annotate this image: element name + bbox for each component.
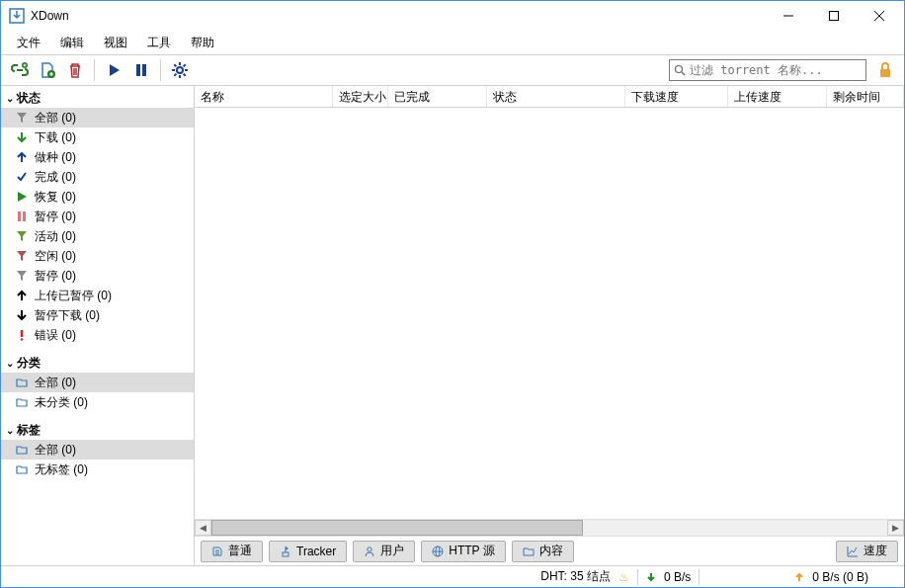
funnel-icon (15, 269, 29, 283)
arrow-down-solid-icon (15, 308, 29, 322)
caret-down-icon: ⌄ (3, 358, 17, 369)
tab-general[interactable]: 普通 (201, 541, 263, 562)
sidebar-status-errored[interactable]: 错误 (0) (1, 325, 194, 345)
arrow-up-solid-icon (15, 289, 29, 302)
sidebar-category-uncategorized[interactable]: 未分类 (0) (1, 392, 194, 412)
svg-point-27 (368, 546, 371, 550)
svg-rect-25 (283, 552, 288, 556)
sidebar-status-resumed[interactable]: 恢复 (0) (1, 187, 194, 207)
column-size[interactable]: 选定大小 (333, 86, 388, 107)
horizontal-scrollbar[interactable]: ◀ ▶ (195, 519, 904, 536)
menu-edit[interactable]: 编辑 (50, 32, 94, 54)
funnel-icon (15, 249, 29, 263)
scroll-right-button[interactable]: ▶ (887, 520, 904, 536)
error-icon (15, 328, 29, 342)
column-dlspeed[interactable]: 下载速度 (625, 86, 728, 107)
scroll-thumb[interactable] (211, 520, 583, 536)
sidebar-tag-all[interactable]: 全部 (0) (1, 440, 194, 460)
folder-icon (15, 376, 29, 389)
chart-icon (847, 546, 859, 557)
scroll-track[interactable] (211, 520, 887, 536)
tab-content[interactable]: 内容 (512, 541, 574, 562)
statusbar: DHT: 35 结点 ♨ 0 B/s 0 B/s (0 B) (1, 565, 904, 587)
tab-users[interactable]: 用户 (353, 541, 415, 562)
column-done[interactable]: 已完成 (388, 86, 487, 107)
sidebar-status-completed[interactable]: 完成 (0) (1, 167, 194, 187)
add-link-button[interactable] (7, 57, 33, 83)
svg-line-19 (682, 72, 685, 75)
tab-tracker[interactable]: Tracker (269, 541, 347, 562)
sidebar-header-status[interactable]: ⌄状态 (1, 88, 194, 108)
sidebar-status-inactive[interactable]: 空闲 (0) (1, 246, 194, 266)
svg-rect-8 (142, 64, 146, 76)
svg-line-15 (184, 74, 186, 76)
sidebar: ⌄状态 全部 (0) 下载 (0) 做种 (0) 完成 (0) 恢复 (0) 暂… (1, 86, 195, 565)
search-box[interactable] (669, 59, 866, 81)
search-input[interactable] (690, 63, 862, 77)
sidebar-header-tags[interactable]: ⌄标签 (1, 420, 194, 440)
sidebar-status-seeding[interactable]: 做种 (0) (1, 147, 194, 167)
window-title: XDown (31, 9, 766, 23)
search-icon (674, 64, 686, 76)
funnel-icon (15, 111, 29, 125)
main-area: ⌄状态 全部 (0) 下载 (0) 做种 (0) 完成 (0) 恢复 (0) 暂… (1, 86, 904, 565)
minimize-button[interactable] (766, 1, 811, 31)
arrow-down-icon (646, 572, 656, 582)
sidebar-status-active[interactable]: 活动 (0) (1, 226, 194, 246)
column-status[interactable]: 状态 (487, 86, 625, 107)
svg-rect-7 (136, 64, 140, 76)
folder-icon (15, 443, 29, 457)
menu-help[interactable]: 帮助 (181, 32, 224, 54)
arrow-up-icon (15, 150, 29, 164)
globe-icon (432, 546, 444, 557)
menu-file[interactable]: 文件 (7, 32, 50, 54)
sidebar-tag-untagged[interactable]: 无标签 (0) (1, 460, 194, 479)
sidebar-status-upload-paused[interactable]: 上传已暂停 (0) (1, 286, 194, 305)
titlebar: XDown (1, 1, 904, 31)
maximize-button[interactable] (811, 1, 857, 31)
column-upspeed[interactable]: 上传速度 (728, 86, 827, 107)
add-file-button[interactable] (35, 57, 60, 83)
column-eta[interactable]: 剩余时间 (827, 86, 904, 107)
sidebar-status-stalled[interactable]: 暂停 (0) (1, 266, 194, 286)
sidebar-status-paused[interactable]: 暂停 (0) (1, 207, 194, 226)
sidebar-status-all[interactable]: 全部 (0) (1, 108, 194, 127)
svg-line-16 (174, 74, 176, 76)
scroll-left-button[interactable]: ◀ (195, 520, 211, 536)
status-dht: DHT: 35 结点 (540, 568, 611, 585)
menu-view[interactable]: 视图 (94, 32, 137, 54)
arrow-up-icon (794, 572, 804, 582)
pause-button[interactable] (128, 57, 154, 83)
folder-icon (15, 395, 29, 409)
tab-http-sources[interactable]: HTTP 源 (421, 541, 505, 562)
flame-icon: ♨ (618, 570, 629, 584)
menu-tools[interactable]: 工具 (137, 32, 181, 54)
delete-button[interactable] (62, 57, 88, 83)
table-body[interactable] (195, 108, 904, 519)
start-button[interactable] (101, 57, 126, 83)
column-name[interactable]: 名称 (195, 86, 333, 107)
sidebar-header-categories[interactable]: ⌄分类 (1, 353, 194, 373)
details-tabs: 普通 Tracker 用户 HTTP 源 内容 速度 (195, 536, 904, 565)
table-header: 名称 选定大小 已完成 状态 下载速度 上传速度 剩余时间 (195, 86, 904, 108)
caret-down-icon: ⌄ (3, 93, 17, 104)
info-icon (211, 546, 223, 557)
sidebar-category-all[interactable]: 全部 (0) (1, 373, 194, 392)
pause-icon (15, 210, 29, 223)
settings-button[interactable] (167, 57, 193, 83)
folder-icon (15, 462, 29, 476)
tab-speed[interactable]: 速度 (836, 541, 898, 562)
svg-rect-20 (880, 69, 890, 77)
close-button[interactable] (857, 1, 902, 31)
toolbar-separator (160, 59, 161, 81)
sidebar-status-download-paused[interactable]: 暂停下载 (0) (1, 305, 194, 325)
toolbar (1, 54, 904, 86)
lock-button[interactable] (872, 57, 898, 83)
app-icon (9, 8, 25, 24)
svg-rect-2 (830, 12, 839, 21)
users-icon (364, 546, 375, 557)
svg-line-14 (174, 64, 176, 66)
sidebar-status-downloading[interactable]: 下载 (0) (1, 127, 194, 147)
folder-icon (523, 546, 535, 557)
svg-rect-21 (18, 211, 21, 221)
